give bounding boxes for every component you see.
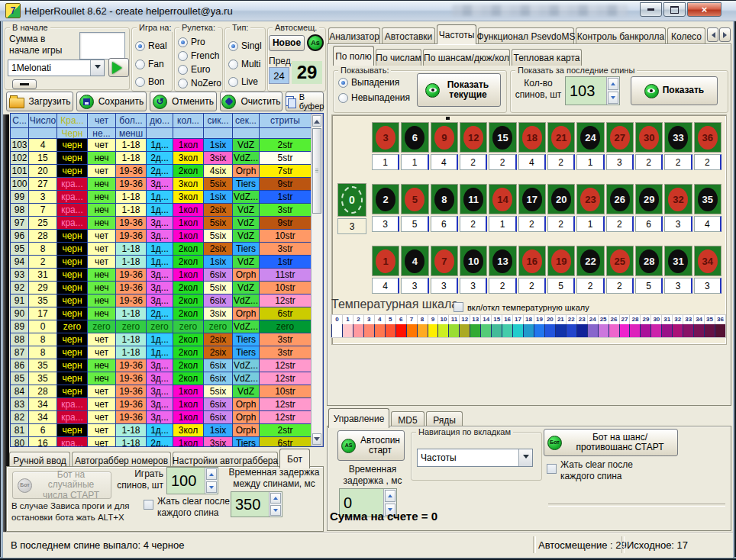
show-button[interactable]: Показать: [631, 76, 718, 105]
sub-tab-1[interactable]: По полю: [333, 46, 374, 66]
roulette-number-cell: 26: [606, 184, 634, 214]
control-tab-1[interactable]: Управление: [328, 408, 389, 428]
temp-scale-color: [512, 324, 523, 337]
table-cell: VdZ: [233, 282, 260, 294]
radio-real[interactable]: Real: [135, 40, 167, 51]
table-cell: 1-18: [116, 139, 147, 152]
radio-singl[interactable]: Singl: [228, 40, 262, 51]
maximize-button[interactable]: [663, 2, 686, 17]
temp-scale-color: [417, 324, 428, 337]
nav-combobox[interactable]: Частоты: [417, 449, 533, 467]
table-cell: 3д...: [147, 282, 173, 294]
tab-6[interactable]: Колесо: [667, 27, 705, 44]
roulette-number: 28: [639, 249, 659, 273]
copy-buffer-button[interactable]: В буфер: [286, 92, 324, 111]
spin-up-button[interactable]: [385, 490, 395, 502]
close-button[interactable]: ×: [687, 2, 721, 17]
spin-up-button[interactable]: [270, 493, 281, 504]
roulette-count-cell: 6: [431, 216, 458, 232]
table-cell: 31: [29, 269, 57, 282]
sub-tab-3[interactable]: По шансам/дюж/кол: [423, 49, 510, 66]
radio-misses[interactable]: Невыпадения: [338, 92, 410, 103]
as-icon-button[interactable]: As: [307, 34, 324, 51]
play-spins-spinner[interactable]: 100: [166, 467, 218, 494]
preset-combobox[interactable]: 1Melonati: [8, 60, 105, 76]
table-header-row1: С...ЧислоКра...четбол...дю...кол...сик..…: [11, 114, 312, 128]
radio-euro[interactable]: Euro: [178, 64, 210, 75]
spin-down-button[interactable]: [206, 481, 217, 493]
sub-tab-2[interactable]: По числам: [376, 49, 421, 66]
radio-icon: [178, 51, 188, 61]
table-header-cell: бол...: [116, 114, 147, 128]
show-current-button[interactable]: Показать текущие: [417, 73, 501, 107]
bot-random-button[interactable]: Бот Бот на случайные числа СТАРТ: [12, 471, 111, 499]
tab-4[interactable]: Функционал PsevdoMS: [478, 27, 574, 44]
load-button[interactable]: Загрузить: [6, 92, 73, 111]
radio-pro[interactable]: Pro: [178, 37, 205, 47]
spin-down-button[interactable]: [608, 92, 618, 104]
clear-button[interactable]: Очистить: [220, 92, 282, 111]
spin-down-button[interactable]: [270, 505, 281, 516]
table-scrollbar[interactable]: [311, 114, 323, 446]
temp-scale-color: [693, 324, 704, 337]
spin-up-button[interactable]: [608, 78, 618, 90]
nav-dropdown-button[interactable]: [518, 449, 532, 466]
tabs-scroll-right-button[interactable]: [719, 27, 731, 42]
radio-fan[interactable]: Fan: [135, 59, 164, 69]
tab-2[interactable]: Автоставки: [382, 27, 435, 44]
tab-3[interactable]: Частоты: [437, 24, 476, 44]
table-cell: 8: [29, 333, 57, 346]
minimize-button[interactable]: [640, 2, 662, 17]
preset-dropdown-button[interactable]: [90, 60, 104, 76]
bot-delay-spinner[interactable]: 350: [231, 491, 282, 517]
table-cell: 19-36: [116, 398, 147, 411]
radio-live[interactable]: Live: [228, 76, 258, 87]
roulette-count-cell: 2: [518, 278, 546, 294]
current-number: 29: [292, 61, 322, 84]
scroll-down-button[interactable]: [312, 433, 321, 445]
table-cell: VdZ: [233, 204, 260, 217]
temp-scale-number: 5: [385, 315, 395, 324]
table-cell: 6: [29, 424, 57, 437]
table-cell: кра...: [57, 178, 88, 191]
table-header-cell: чет: [88, 114, 116, 128]
input-tab-4[interactable]: Бот: [279, 449, 310, 468]
chance-bot-button[interactable]: Бот Бот на шанс/противошанс СТАРТ: [544, 429, 678, 456]
status-separator: [533, 536, 536, 553]
dash-button[interactable]: [12, 79, 37, 89]
roulette-grid: 3691215182124273033361142242132222581114…: [372, 122, 721, 307]
undo-button[interactable]: ↺Отменить: [150, 92, 217, 111]
tab-5[interactable]: Контроль банкролла: [576, 27, 666, 44]
radio-french[interactable]: French: [178, 50, 219, 61]
tabs-scroll-left-button[interactable]: [707, 27, 718, 42]
scroll-thumb[interactable]: [312, 128, 321, 214]
spin-up-button[interactable]: [206, 468, 217, 480]
table-cell: 3д...: [147, 398, 173, 411]
temp-scale-checkbox[interactable]: [454, 302, 463, 312]
table-cell: 12str: [260, 294, 312, 307]
new-button[interactable]: Новое: [269, 35, 305, 51]
temp-scale-color: [480, 324, 491, 337]
sub-tab-4[interactable]: Тепловая карта: [512, 49, 582, 66]
table-cell: неч: [88, 191, 116, 204]
control-clear-checkbox[interactable]: [547, 464, 557, 474]
table-cell: черн: [57, 152, 88, 165]
radio-nozero[interactable]: NoZero: [178, 78, 221, 89]
tab-1[interactable]: Анализатор: [328, 27, 380, 44]
table-cell: 12str: [260, 359, 312, 372]
spin-count-spinner[interactable]: 103: [565, 76, 620, 105]
roulette-number-cell: 25: [606, 246, 634, 276]
table-cell: zero: [57, 320, 88, 333]
temp-scale-number: 18: [523, 315, 534, 324]
radio-hits[interactable]: Выпадения: [338, 77, 399, 88]
radio-bon[interactable]: Bon: [135, 76, 164, 87]
save-button[interactable]: Сохранить: [76, 92, 147, 111]
table-cell: кра...: [57, 437, 88, 447]
start-sum-input[interactable]: [79, 32, 125, 60]
scroll-up-button[interactable]: [312, 115, 321, 127]
autospin-button[interactable]: AS Автоспин старт: [337, 430, 405, 461]
radio-multi[interactable]: Multi: [228, 59, 260, 69]
table-cell: 1д...: [147, 346, 173, 359]
start-play-button[interactable]: [108, 58, 129, 77]
bot-clear-checkbox[interactable]: [144, 500, 153, 510]
